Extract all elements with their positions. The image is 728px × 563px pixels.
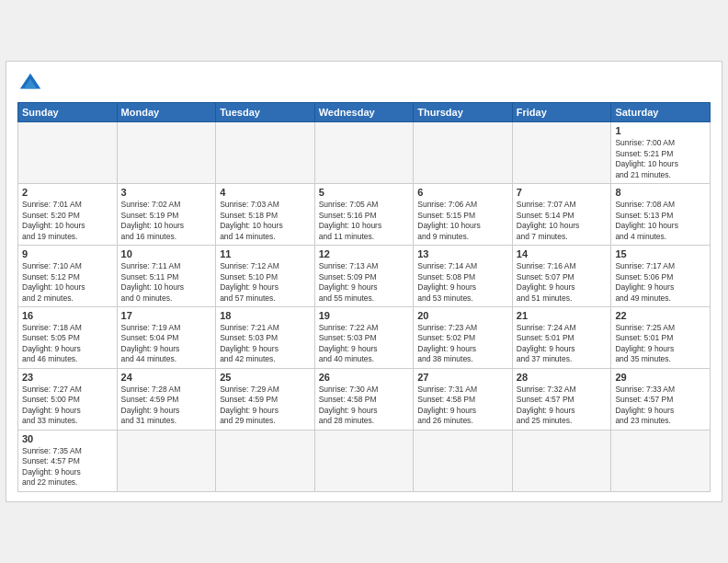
weekday-header-monday: Monday (117, 103, 216, 122)
calendar-table: SundayMondayTuesdayWednesdayThursdayFrid… (17, 102, 711, 491)
calendar-container: SundayMondayTuesdayWednesdayThursdayFrid… (6, 61, 722, 501)
day-info: Sunrise: 7:31 AM Sunset: 4:58 PM Dayligh… (417, 385, 508, 427)
calendar-cell: 8Sunrise: 7:08 AM Sunset: 5:13 PM Daylig… (611, 184, 711, 246)
weekday-header-saturday: Saturday (611, 103, 711, 122)
day-number: 13 (417, 248, 508, 259)
calendar-week-0: 1Sunrise: 7:00 AM Sunset: 5:21 PM Daylig… (18, 122, 711, 184)
day-info: Sunrise: 7:13 AM Sunset: 5:09 PM Dayligh… (319, 261, 410, 304)
calendar-week-3: 16Sunrise: 7:18 AM Sunset: 5:05 PM Dayli… (18, 307, 711, 369)
day-number: 20 (417, 310, 508, 321)
day-number: 9 (22, 248, 113, 259)
weekday-header-wednesday: Wednesday (314, 103, 414, 122)
calendar-cell (216, 430, 315, 491)
day-number: 27 (417, 372, 508, 383)
day-info: Sunrise: 7:27 AM Sunset: 5:00 PM Dayligh… (22, 385, 113, 427)
day-number: 25 (220, 372, 311, 383)
calendar-cell (117, 122, 216, 184)
calendar-week-5: 30Sunrise: 7:35 AM Sunset: 4:57 PM Dayli… (18, 430, 711, 491)
calendar-cell: 18Sunrise: 7:21 AM Sunset: 5:03 PM Dayli… (216, 307, 315, 369)
day-number: 26 (319, 372, 410, 383)
calendar-cell: 29Sunrise: 7:33 AM Sunset: 4:57 PM Dayli… (611, 368, 711, 430)
logo (17, 71, 47, 97)
calendar-cell: 1Sunrise: 7:00 AM Sunset: 5:21 PM Daylig… (611, 122, 711, 184)
day-number: 4 (220, 187, 311, 198)
day-info: Sunrise: 7:28 AM Sunset: 4:59 PM Dayligh… (121, 385, 212, 427)
calendar-cell: 26Sunrise: 7:30 AM Sunset: 4:58 PM Dayli… (314, 368, 414, 430)
day-number: 22 (615, 310, 706, 321)
day-info: Sunrise: 7:29 AM Sunset: 4:59 PM Dayligh… (220, 385, 311, 427)
day-info: Sunrise: 7:19 AM Sunset: 5:04 PM Dayligh… (121, 323, 212, 365)
calendar-cell: 21Sunrise: 7:24 AM Sunset: 5:01 PM Dayli… (512, 307, 611, 369)
calendar-cell (414, 122, 513, 184)
calendar-cell (314, 122, 414, 184)
day-info: Sunrise: 7:01 AM Sunset: 5:20 PM Dayligh… (22, 200, 113, 242)
calendar-cell: 14Sunrise: 7:16 AM Sunset: 5:07 PM Dayli… (512, 246, 611, 307)
day-number: 29 (615, 372, 706, 383)
calendar-cell (18, 122, 118, 184)
calendar-cell (414, 430, 513, 491)
day-info: Sunrise: 7:25 AM Sunset: 5:01 PM Dayligh… (615, 323, 706, 365)
calendar-cell: 28Sunrise: 7:32 AM Sunset: 4:57 PM Dayli… (512, 368, 611, 430)
calendar-cell: 15Sunrise: 7:17 AM Sunset: 5:06 PM Dayli… (611, 246, 711, 307)
calendar-cell: 23Sunrise: 7:27 AM Sunset: 5:00 PM Dayli… (18, 368, 118, 430)
calendar-cell: 20Sunrise: 7:23 AM Sunset: 5:02 PM Dayli… (414, 307, 513, 369)
calendar-week-2: 9Sunrise: 7:10 AM Sunset: 5:12 PM Daylig… (18, 246, 711, 307)
weekday-header-friday: Friday (512, 103, 611, 122)
day-info: Sunrise: 7:24 AM Sunset: 5:01 PM Dayligh… (517, 323, 608, 365)
day-info: Sunrise: 7:18 AM Sunset: 5:05 PM Dayligh… (22, 323, 113, 365)
calendar-cell: 24Sunrise: 7:28 AM Sunset: 4:59 PM Dayli… (117, 368, 216, 430)
calendar-cell (216, 122, 315, 184)
day-number: 8 (615, 187, 706, 198)
day-info: Sunrise: 7:00 AM Sunset: 5:21 PM Dayligh… (615, 138, 706, 180)
day-info: Sunrise: 7:08 AM Sunset: 5:13 PM Dayligh… (615, 200, 706, 242)
calendar-cell (611, 430, 711, 491)
day-number: 28 (517, 372, 608, 383)
day-number: 24 (121, 372, 212, 383)
day-number: 3 (121, 187, 212, 198)
calendar-cell (117, 430, 216, 491)
day-number: 12 (319, 248, 410, 259)
calendar-cell: 9Sunrise: 7:10 AM Sunset: 5:12 PM Daylig… (18, 246, 118, 307)
calendar-cell: 27Sunrise: 7:31 AM Sunset: 4:58 PM Dayli… (414, 368, 513, 430)
day-info: Sunrise: 7:11 AM Sunset: 5:11 PM Dayligh… (121, 261, 212, 304)
calendar-cell: 5Sunrise: 7:05 AM Sunset: 5:16 PM Daylig… (314, 184, 414, 246)
calendar-cell (314, 430, 414, 491)
day-number: 18 (220, 310, 311, 321)
header (17, 71, 711, 97)
calendar-cell: 25Sunrise: 7:29 AM Sunset: 4:59 PM Dayli… (216, 368, 315, 430)
calendar-cell: 30Sunrise: 7:35 AM Sunset: 4:57 PM Dayli… (18, 430, 118, 491)
day-info: Sunrise: 7:21 AM Sunset: 5:03 PM Dayligh… (220, 323, 311, 365)
day-info: Sunrise: 7:12 AM Sunset: 5:10 PM Dayligh… (220, 261, 311, 304)
day-info: Sunrise: 7:06 AM Sunset: 5:15 PM Dayligh… (417, 200, 508, 242)
day-number: 7 (517, 187, 608, 198)
calendar-week-1: 2Sunrise: 7:01 AM Sunset: 5:20 PM Daylig… (18, 184, 711, 246)
calendar-cell: 19Sunrise: 7:22 AM Sunset: 5:03 PM Dayli… (314, 307, 414, 369)
day-number: 2 (22, 187, 113, 198)
calendar-cell: 6Sunrise: 7:06 AM Sunset: 5:15 PM Daylig… (414, 184, 513, 246)
day-info: Sunrise: 7:22 AM Sunset: 5:03 PM Dayligh… (319, 323, 410, 365)
weekday-header-tuesday: Tuesday (216, 103, 315, 122)
day-number: 6 (417, 187, 508, 198)
day-info: Sunrise: 7:16 AM Sunset: 5:07 PM Dayligh… (517, 261, 608, 304)
day-info: Sunrise: 7:05 AM Sunset: 5:16 PM Dayligh… (319, 200, 410, 242)
day-number: 17 (121, 310, 212, 321)
day-info: Sunrise: 7:30 AM Sunset: 4:58 PM Dayligh… (319, 385, 410, 427)
day-info: Sunrise: 7:02 AM Sunset: 5:19 PM Dayligh… (121, 200, 212, 242)
day-info: Sunrise: 7:35 AM Sunset: 4:57 PM Dayligh… (22, 446, 113, 488)
calendar-cell: 7Sunrise: 7:07 AM Sunset: 5:14 PM Daylig… (512, 184, 611, 246)
calendar-week-4: 23Sunrise: 7:27 AM Sunset: 5:00 PM Dayli… (18, 368, 711, 430)
day-number: 11 (220, 248, 311, 259)
day-number: 1 (615, 125, 706, 136)
logo-icon (17, 71, 43, 97)
day-number: 14 (517, 248, 608, 259)
day-number: 10 (121, 248, 212, 259)
calendar-cell (512, 122, 611, 184)
calendar-cell (512, 430, 611, 491)
day-number: 21 (517, 310, 608, 321)
day-info: Sunrise: 7:10 AM Sunset: 5:12 PM Dayligh… (22, 261, 113, 304)
day-info: Sunrise: 7:07 AM Sunset: 5:14 PM Dayligh… (517, 200, 608, 242)
calendar-cell: 16Sunrise: 7:18 AM Sunset: 5:05 PM Dayli… (18, 307, 118, 369)
calendar-cell: 4Sunrise: 7:03 AM Sunset: 5:18 PM Daylig… (216, 184, 315, 246)
calendar-cell: 17Sunrise: 7:19 AM Sunset: 5:04 PM Dayli… (117, 307, 216, 369)
day-number: 30 (22, 433, 113, 444)
